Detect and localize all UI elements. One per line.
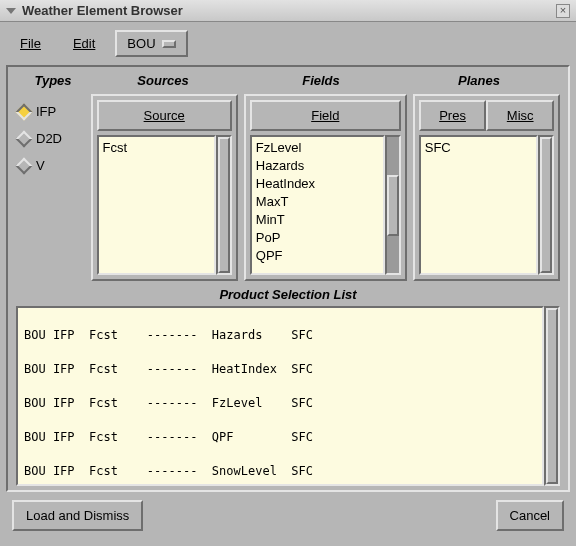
list-item[interactable]: BOU IFP Fcst ------- FzLevel SFC — [24, 395, 536, 412]
planes-panel: Pres Misc SFC — [413, 94, 560, 281]
scrollbar-thumb[interactable] — [546, 308, 558, 484]
type-label: IFP — [36, 104, 56, 119]
types-column: IFP D2D V — [16, 94, 85, 281]
header-types: Types — [18, 73, 88, 88]
planes-list[interactable]: SFC — [419, 135, 538, 275]
sources-panel: Source Fcst — [91, 94, 238, 281]
menu-site[interactable]: BOU — [115, 30, 187, 57]
type-label: V — [36, 158, 45, 173]
header-sources: Sources — [88, 73, 238, 88]
diamond-icon — [16, 130, 33, 147]
header-planes: Planes — [404, 73, 554, 88]
scrollbar[interactable] — [538, 135, 554, 275]
list-item[interactable]: MinT — [256, 211, 379, 229]
fields-list[interactable]: FzLevel Hazards HeatIndex MaxT MinT PoP … — [250, 135, 385, 275]
close-icon[interactable]: × — [556, 4, 570, 18]
scrollbar[interactable] — [544, 306, 560, 486]
diamond-icon — [16, 103, 33, 120]
diamond-icon — [16, 157, 33, 174]
scrollbar-thumb[interactable] — [540, 137, 552, 273]
type-label: D2D — [36, 131, 62, 146]
scrollbar[interactable] — [216, 135, 232, 275]
title-bar: Weather Element Browser × — [0, 0, 576, 22]
list-item[interactable]: PoP — [256, 229, 379, 247]
window-menu-icon[interactable] — [6, 6, 16, 16]
menu-bar-icon — [162, 40, 176, 48]
window-title: Weather Element Browser — [22, 3, 183, 18]
list-item[interactable]: HeatIndex — [256, 175, 379, 193]
product-selection-list[interactable]: BOU IFP Fcst ------- Hazards SFC BOU IFP… — [16, 306, 544, 486]
source-button[interactable]: Source — [97, 100, 232, 131]
list-item[interactable]: BOU IFP Fcst ------- QPF SFC — [24, 429, 536, 446]
menu-edit[interactable]: Edit — [61, 30, 107, 57]
list-item[interactable]: BOU IFP Fcst ------- HeatIndex SFC — [24, 361, 536, 378]
field-button[interactable]: Field — [250, 100, 401, 131]
list-item[interactable]: FzLevel — [256, 139, 379, 157]
bottom-button-row: Load and Dismiss Cancel — [6, 492, 570, 531]
header-fields: Fields — [238, 73, 404, 88]
load-and-dismiss-button[interactable]: Load and Dismiss — [12, 500, 143, 531]
scrollbar[interactable] — [385, 135, 401, 275]
list-item[interactable]: Fcst — [103, 139, 210, 157]
type-radio-ifp[interactable]: IFP — [16, 98, 85, 125]
list-item[interactable]: BOU IFP Fcst ------- Hazards SFC — [24, 327, 536, 344]
column-headers: Types Sources Fields Planes — [12, 71, 564, 94]
cancel-button[interactable]: Cancel — [496, 500, 564, 531]
menu-file[interactable]: File — [8, 30, 53, 57]
list-item[interactable]: Hazards — [256, 157, 379, 175]
type-radio-v[interactable]: V — [16, 152, 85, 179]
list-item[interactable]: SFC — [425, 139, 532, 157]
scrollbar-thumb[interactable] — [218, 137, 230, 273]
scrollbar-thumb[interactable] — [387, 175, 399, 236]
list-item[interactable]: QPF — [256, 247, 379, 265]
misc-button[interactable]: Misc — [486, 100, 554, 131]
list-item[interactable]: BOU IFP Fcst ------- SnowLevel SFC — [24, 463, 536, 480]
type-radio-d2d[interactable]: D2D — [16, 125, 85, 152]
sources-list[interactable]: Fcst — [97, 135, 216, 275]
pres-button[interactable]: Pres — [419, 100, 487, 131]
product-selection-label: Product Selection List — [12, 281, 564, 306]
list-item[interactable]: MaxT — [256, 193, 379, 211]
menu-bar: File Edit BOU — [6, 26, 570, 65]
main-frame: Types Sources Fields Planes IFP D2D V — [6, 65, 570, 492]
fields-panel: Field FzLevel Hazards HeatIndex MaxT Min… — [244, 94, 407, 281]
